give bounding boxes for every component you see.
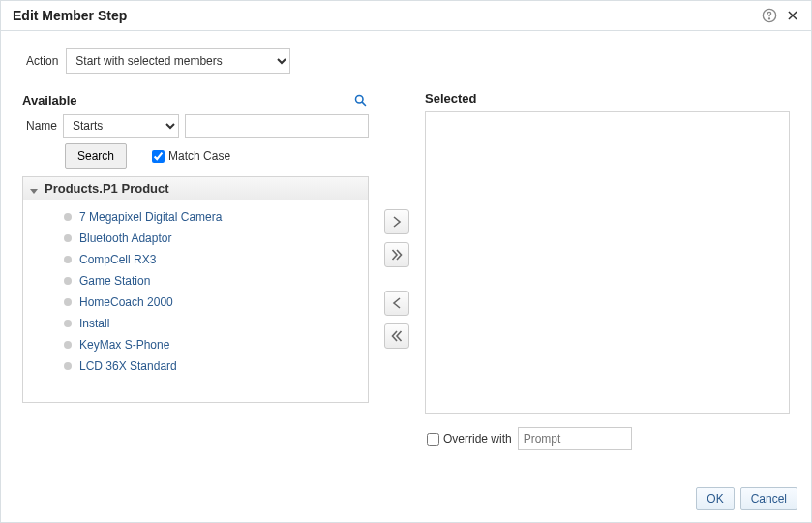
tree-bullet-icon	[64, 213, 72, 221]
name-filter-input[interactable]	[185, 114, 369, 138]
tree-bullet-icon	[64, 234, 72, 242]
match-case-checkbox[interactable]: Match Case	[152, 149, 230, 163]
tree-bullet-icon	[64, 277, 72, 285]
tree-bullet-icon	[64, 298, 72, 306]
search-button[interactable]: Search	[65, 143, 127, 169]
tree-item[interactable]: Install	[33, 313, 366, 334]
tree-item[interactable]: Game Station	[33, 270, 366, 292]
tree-item[interactable]: HomeCoach 2000	[33, 292, 366, 313]
tree-item[interactable]: Bluetooth Adaptor	[33, 228, 366, 249]
tree-item-label: Game Station	[79, 274, 150, 288]
tree-bullet-icon	[64, 320, 72, 327]
edit-member-step-dialog: Edit Member Step Action Start with selec…	[0, 0, 812, 523]
tree-collapse-icon[interactable]	[29, 184, 39, 194]
action-label: Action	[26, 54, 58, 68]
name-filter-select[interactable]: Starts	[63, 114, 179, 138]
dialog-footer: OK Cancel	[1, 477, 811, 522]
override-input-checkbox[interactable]	[427, 433, 439, 446]
transfer-column	[380, 209, 413, 349]
available-tree-panel: Products.P1 Product 7 Megapixel Digital …	[22, 176, 369, 403]
available-column: Available Name Starts Search	[22, 91, 369, 403]
tree-header[interactable]: Products.P1 Product	[23, 177, 368, 200]
override-text-input[interactable]	[518, 427, 632, 450]
svg-point-1	[768, 18, 769, 19]
tree-item[interactable]: LCD 36X Standard	[33, 355, 366, 377]
override-row: Override with	[427, 427, 790, 450]
selected-heading: Selected	[425, 91, 476, 106]
tree-bullet-icon	[64, 341, 72, 349]
move-left-button[interactable]	[384, 291, 409, 316]
close-icon[interactable]	[784, 7, 801, 24]
help-icon[interactable]	[761, 7, 778, 24]
cancel-button[interactable]: Cancel	[740, 487, 797, 510]
move-all-right-button[interactable]	[384, 242, 409, 267]
ok-button[interactable]: OK	[696, 487, 734, 510]
name-label: Name	[26, 119, 57, 133]
dialog-title: Edit Member Step	[13, 8, 755, 23]
search-icon[interactable]	[351, 91, 369, 108]
selected-panel[interactable]	[425, 111, 790, 414]
action-row: Action Start with selected members	[26, 48, 790, 74]
tree-item-label: Install	[79, 317, 109, 330]
tree-item-label: HomeCoach 2000	[79, 295, 173, 309]
name-filter-row: Name Starts	[26, 114, 369, 138]
tree-item[interactable]: CompCell RX3	[33, 249, 366, 270]
search-row: Search Match Case	[65, 143, 369, 169]
tree-bullet-icon	[64, 362, 72, 370]
available-heading: Available	[22, 93, 77, 108]
tree-item-label: CompCell RX3	[79, 253, 156, 266]
main-columns: Available Name Starts Search	[22, 91, 790, 450]
tree-item[interactable]: 7 Megapixel Digital Camera	[33, 206, 366, 228]
tree-body[interactable]: 7 Megapixel Digital Camera Bluetooth Ada…	[23, 200, 368, 402]
move-right-button[interactable]	[384, 209, 409, 234]
tree-heading: Products.P1 Product	[45, 181, 169, 196]
tree-item-label: LCD 36X Standard	[79, 359, 177, 373]
tree-item-label: Bluetooth Adaptor	[79, 231, 171, 245]
tree-item[interactable]: KeyMax S-Phone	[33, 334, 366, 355]
move-all-left-button[interactable]	[384, 323, 409, 349]
selected-column: Selected Override with	[425, 91, 790, 450]
match-case-input[interactable]	[152, 150, 165, 163]
dialog-header: Edit Member Step	[1, 1, 811, 31]
selected-heading-row: Selected	[425, 91, 790, 106]
override-checkbox[interactable]: Override with	[427, 432, 512, 446]
dialog-body: Action Start with selected members Avail…	[1, 31, 811, 477]
tree-item-label: 7 Megapixel Digital Camera	[79, 210, 222, 224]
match-case-label: Match Case	[168, 149, 230, 163]
override-label: Override with	[443, 432, 512, 446]
action-select[interactable]: Start with selected members	[66, 48, 290, 74]
tree-item-label: KeyMax S-Phone	[79, 338, 169, 352]
tree-bullet-icon	[64, 256, 72, 263]
available-heading-row: Available	[22, 91, 369, 108]
